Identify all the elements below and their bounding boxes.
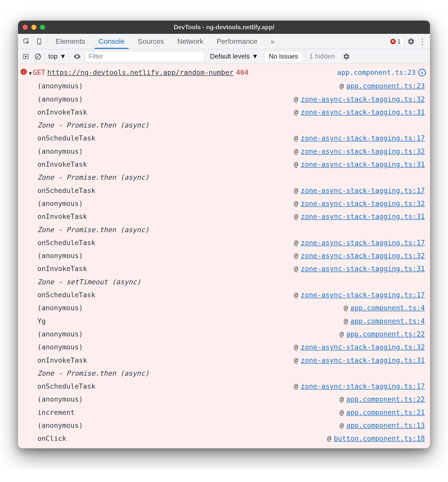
stack-frame-source-link[interactable]: zone-async-stack-tagging.ts:31 bbox=[301, 106, 425, 119]
stack-frame-fn: onInvokeTask bbox=[37, 106, 87, 119]
close-window-button[interactable] bbox=[23, 25, 28, 30]
stack-frame-source-link[interactable]: app.component.ts:4 bbox=[350, 315, 425, 328]
request-url-link[interactable]: https://ng-devtools.netlify.app/random-n… bbox=[47, 66, 234, 79]
async-boundary: Zone - setTimeout (async) bbox=[18, 275, 430, 288]
context-label: top bbox=[48, 52, 58, 60]
stack-frame-fn: onClick bbox=[37, 432, 66, 445]
minimize-window-button[interactable] bbox=[31, 25, 36, 30]
levels-label: Default levels bbox=[210, 52, 250, 60]
stack-frame-source-link[interactable]: zone-async-stack-tagging.ts:32 bbox=[301, 197, 425, 210]
stack-frame: onInvokeTask@zone-async-stack-tagging.ts… bbox=[18, 262, 430, 275]
stack-frame-fn: onInvokeTask bbox=[37, 262, 87, 275]
at-symbol: @ bbox=[294, 106, 301, 119]
at-symbol: @ bbox=[294, 236, 301, 249]
svg-marker-4 bbox=[25, 55, 27, 57]
at-symbol: @ bbox=[294, 145, 301, 158]
stack-frame-fn: (anonymous) bbox=[37, 79, 83, 92]
stack-frame-source-link[interactable]: zone-async-stack-tagging.ts:31 bbox=[301, 158, 425, 171]
stack-frame-source-link[interactable]: zone-async-stack-tagging.ts:17 bbox=[301, 380, 425, 393]
stack-frame-source-link[interactable]: zone-async-stack-tagging.ts:17 bbox=[301, 236, 425, 249]
at-symbol: @ bbox=[294, 249, 301, 262]
async-boundary-label: Zone - Promise.then (async) bbox=[37, 119, 149, 132]
stack-frame-fn: (anonymous) bbox=[37, 145, 83, 158]
stack-frame-source-link[interactable]: zone-async-stack-tagging.ts:17 bbox=[301, 288, 425, 301]
stack-frame-source-link[interactable]: zone-async-stack-tagging.ts:31 bbox=[301, 262, 425, 275]
http-status: 404 bbox=[236, 66, 248, 79]
at-symbol: @ bbox=[294, 210, 301, 223]
device-toolbar-icon[interactable] bbox=[33, 34, 46, 49]
console-settings-icon[interactable] bbox=[341, 53, 352, 60]
stack-frame-source-link[interactable]: app.component.ts:23 bbox=[346, 79, 425, 92]
tab-sources[interactable]: Sources bbox=[131, 34, 171, 49]
stack-frame-source-link[interactable]: button.component.ts:18 bbox=[334, 432, 425, 445]
tab-network[interactable]: Network bbox=[171, 34, 210, 49]
stack-frame-source-link[interactable]: app.component.ts:21 bbox=[346, 406, 425, 419]
stack-frame-source-link[interactable]: zone-async-stack-tagging.ts:17 bbox=[301, 184, 425, 197]
more-options-icon[interactable]: ⋮ bbox=[417, 34, 428, 49]
at-symbol: @ bbox=[294, 184, 301, 197]
async-boundary: Zone - Promise.then (async) bbox=[18, 171, 430, 184]
toolbar-divider bbox=[47, 36, 47, 46]
error-icon: ✕ bbox=[21, 69, 27, 75]
disclosure-triangle-icon[interactable]: ▼ bbox=[29, 68, 32, 78]
stack-frame-source-link[interactable]: zone-async-stack-tagging.ts:32 bbox=[301, 249, 425, 262]
stack-frame-source-link[interactable]: app.component.ts:22 bbox=[346, 393, 425, 406]
at-symbol: @ bbox=[294, 341, 301, 353]
context-selector[interactable]: top ▼ bbox=[45, 51, 69, 62]
tab-elements[interactable]: Elements bbox=[49, 34, 92, 49]
svg-point-7 bbox=[76, 56, 78, 57]
stack-frame: onScheduleTask@zone-async-stack-tagging.… bbox=[18, 132, 430, 145]
stack-frame-fn: Yg bbox=[37, 315, 46, 328]
issues-button[interactable]: No Issues bbox=[264, 51, 303, 62]
at-symbol: @ bbox=[294, 262, 301, 275]
async-stack-icon[interactable]: ⇅ bbox=[418, 69, 426, 76]
stack-frame-fn: onScheduleTask bbox=[37, 132, 95, 145]
stack-frame-source-link[interactable]: app.component.ts:4 bbox=[350, 301, 425, 314]
stack-frame-source-link[interactable]: app.component.ts:22 bbox=[346, 328, 425, 341]
live-expression-icon[interactable] bbox=[72, 52, 83, 61]
at-symbol: @ bbox=[340, 393, 346, 406]
error-icon: ✕ bbox=[390, 39, 396, 44]
at-symbol: @ bbox=[294, 354, 301, 367]
at-symbol: @ bbox=[294, 93, 301, 106]
stack-frame: (anonymous)@app.component.ts:4 bbox=[18, 301, 430, 314]
stack-frame-fn: onInvokeTask bbox=[37, 210, 87, 223]
async-boundary-label: Zone - Promise.then (async) bbox=[37, 367, 149, 380]
at-symbol: @ bbox=[340, 419, 346, 432]
inspect-element-icon[interactable] bbox=[20, 34, 33, 49]
stack-frame: (anonymous)@zone-async-stack-tagging.ts:… bbox=[18, 341, 430, 353]
devtools-window: DevTools - ng-devtools.netlify.app/ Elem… bbox=[18, 20, 430, 448]
stack-frame: onScheduleTask@zone-async-stack-tagging.… bbox=[18, 236, 430, 249]
at-symbol: @ bbox=[344, 301, 350, 314]
clear-console-icon[interactable] bbox=[33, 53, 43, 60]
settings-icon[interactable] bbox=[405, 34, 417, 49]
console-error-row[interactable]: ✕ ▼ GET https://ng-devtools.netlify.app/… bbox=[18, 65, 430, 79]
tab-more[interactable]: » bbox=[264, 34, 281, 49]
panel-tabs: Elements Console Sources Network Perform… bbox=[49, 34, 281, 49]
tab-console[interactable]: Console bbox=[92, 34, 131, 49]
stack-frame-fn: onScheduleTask bbox=[37, 184, 95, 197]
stack-frame-source-link[interactable]: zone-async-stack-tagging.ts:31 bbox=[301, 354, 425, 367]
at-symbol: @ bbox=[327, 432, 334, 445]
hidden-count[interactable]: 1 hidden bbox=[305, 51, 339, 62]
tab-performance[interactable]: Performance bbox=[210, 34, 264, 49]
error-source-link[interactable]: app.component.ts:23 bbox=[337, 66, 416, 79]
stack-frame-source-link[interactable]: zone-async-stack-tagging.ts:32 bbox=[301, 93, 425, 106]
error-count-value: 1 bbox=[397, 38, 401, 45]
window-title: DevTools - ng-devtools.netlify.app/ bbox=[18, 24, 430, 31]
log-levels-selector[interactable]: Default levels ▼ bbox=[206, 52, 262, 60]
stack-frame-source-link[interactable]: zone-async-stack-tagging.ts:32 bbox=[301, 145, 425, 158]
stack-frame-source-link[interactable]: zone-async-stack-tagging.ts:17 bbox=[301, 132, 425, 145]
stack-frame-source-link[interactable]: app.component.ts:13 bbox=[346, 419, 425, 432]
stack-frame: (anonymous)@zone-async-stack-tagging.ts:… bbox=[18, 197, 430, 210]
error-count-pill[interactable]: ✕ 1 bbox=[387, 37, 404, 46]
filter-input[interactable]: Filter bbox=[85, 51, 204, 62]
at-symbol: @ bbox=[344, 315, 350, 328]
stack-frame-fn: onScheduleTask bbox=[37, 236, 95, 249]
stack-frame-source-link[interactable]: zone-async-stack-tagging.ts:31 bbox=[301, 210, 425, 223]
stack-frame-source-link[interactable]: zone-async-stack-tagging.ts:32 bbox=[301, 341, 425, 353]
async-boundary: Zone - Promise.then (async) bbox=[18, 367, 430, 380]
toggle-sidebar-icon[interactable] bbox=[21, 53, 31, 60]
zoom-window-button[interactable] bbox=[40, 25, 45, 30]
at-symbol: @ bbox=[294, 380, 301, 393]
